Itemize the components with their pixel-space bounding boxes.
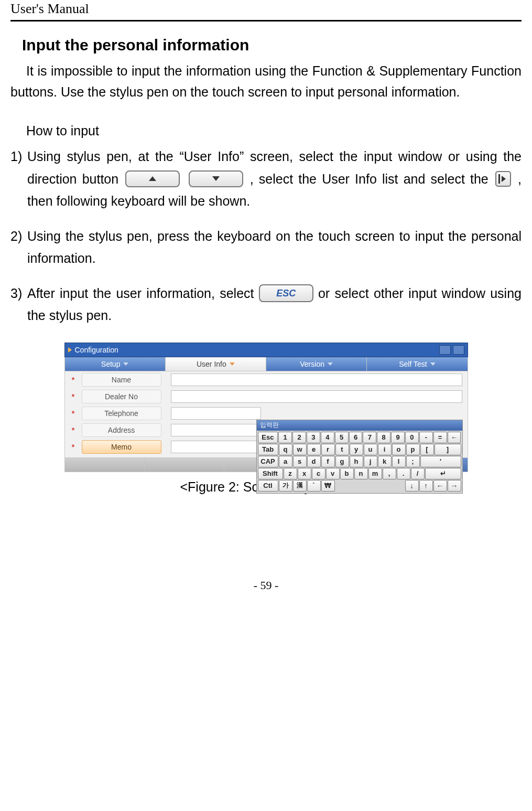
step-number: 1) [10,145,27,168]
key[interactable]: = [433,432,447,443]
key[interactable]: ; [406,456,420,467]
key[interactable]: x [298,468,311,479]
key[interactable]: ' [420,456,461,467]
tab-label: Setup [101,360,121,368]
key[interactable]: 3 [307,432,320,443]
keyboard-title: 입력판 [257,420,462,431]
right-arrow-button-icon [495,171,511,187]
key[interactable]: / [411,468,425,479]
key[interactable]: b [340,468,354,479]
key-hangul[interactable]: 가 [279,480,292,492]
key-left-arrow-icon[interactable]: ← [433,480,447,492]
key[interactable]: ] [435,444,461,455]
key-ctrl[interactable]: Ctl [258,480,278,492]
key[interactable]: e [307,444,321,455]
key[interactable]: , [383,468,396,479]
key[interactable]: 5 [335,432,349,443]
page-number: - 59 - [10,579,522,592]
required-star-icon: * [65,376,82,384]
key-hanja[interactable]: 漢 [293,480,307,492]
key-backspace-icon[interactable]: ← [448,432,461,443]
intro-paragraph: It is impossible to input the informatio… [10,60,522,102]
key-right-arrow-icon[interactable]: → [448,480,461,492]
key[interactable]: t [335,444,349,455]
toolbar-icon[interactable] [453,345,464,355]
bar-icon [498,174,500,184]
titlebar: Configuration [64,343,468,357]
tab-setup[interactable]: Setup [65,357,166,371]
key-up-arrow-icon[interactable]: ↑ [419,480,433,492]
esc-button-icon: ESC [259,284,313,302]
field-label-address[interactable]: Address [82,423,161,437]
key[interactable]: o [392,444,406,455]
key[interactable]: i [378,444,392,455]
bottom-slot[interactable] [145,458,224,472]
key[interactable]: k [378,456,392,467]
chevron-down-icon [430,362,436,366]
key[interactable]: w [293,444,307,455]
field-label-telephone[interactable]: Telephone [82,407,161,420]
key[interactable]: 9 [391,432,405,443]
field-label-name[interactable]: Name [82,373,161,387]
name-input[interactable] [171,374,462,386]
key-won[interactable]: ₩ [321,480,335,492]
step-body: After input the user information, select… [27,282,522,327]
key[interactable]: j [364,456,377,467]
key-down-arrow-icon[interactable]: ↓ [405,480,419,492]
field-label-memo[interactable]: Memo [82,440,161,454]
key[interactable]: g [335,456,349,467]
tab-label: User Info [197,360,226,368]
key[interactable]: m [368,468,382,479]
memo-input[interactable] [171,441,261,453]
key[interactable]: [ [420,444,434,455]
key[interactable]: 7 [363,432,376,443]
key[interactable]: y [350,444,363,455]
dealer-no-input[interactable] [171,390,462,403]
key[interactable]: u [364,444,377,455]
key[interactable]: ` [307,480,321,492]
triangle-up-icon [149,176,156,181]
required-star-icon: * [65,409,82,418]
field-label-dealer-no[interactable]: Dealer No [82,390,161,403]
step-number: 3) [10,282,27,305]
key[interactable]: v [326,468,340,479]
key[interactable]: 6 [349,432,363,443]
tab-version[interactable]: Version [266,357,367,371]
telephone-input[interactable] [171,407,261,420]
toolbar-icon[interactable] [439,345,451,355]
key[interactable]: z [284,468,297,479]
key-shift[interactable]: Shift [258,468,283,479]
key[interactable]: n [354,468,368,479]
key[interactable]: r [321,444,335,455]
key[interactable]: h [350,456,363,467]
key[interactable]: . [397,468,410,479]
step3-seg1: After input the user information, select [27,286,259,301]
key-esc[interactable]: Esc [258,432,278,443]
key-caps[interactable]: CAP [258,456,278,467]
howto-label: How to input [26,120,522,141]
tab-user-info[interactable]: User Info [166,357,266,371]
key-enter-icon[interactable]: ↵ [425,468,461,479]
section-heading: Input the personal information [22,36,522,54]
key[interactable]: 1 [278,432,292,443]
key[interactable]: 0 [405,432,419,443]
key[interactable]: a [279,456,292,467]
tabs-row: Setup User Info Version Self Test [64,357,468,371]
step1-seg2: , select the User Info list and select t… [250,172,494,186]
bottom-slot[interactable] [65,458,145,472]
key[interactable]: s [293,456,307,467]
key[interactable]: p [406,444,420,455]
key[interactable]: - [419,432,433,443]
key[interactable]: d [307,456,321,467]
tab-self-test[interactable]: Self Test [367,357,467,371]
key[interactable]: 8 [377,432,390,443]
key-tab[interactable]: Tab [258,444,278,455]
key[interactable]: q [279,444,292,455]
key[interactable]: l [392,456,406,467]
key[interactable]: f [321,456,335,467]
key[interactable]: 2 [292,432,306,443]
key[interactable]: c [312,468,325,479]
required-star-icon: * [65,392,82,401]
address-input[interactable] [171,424,261,436]
key[interactable]: 4 [321,432,334,443]
